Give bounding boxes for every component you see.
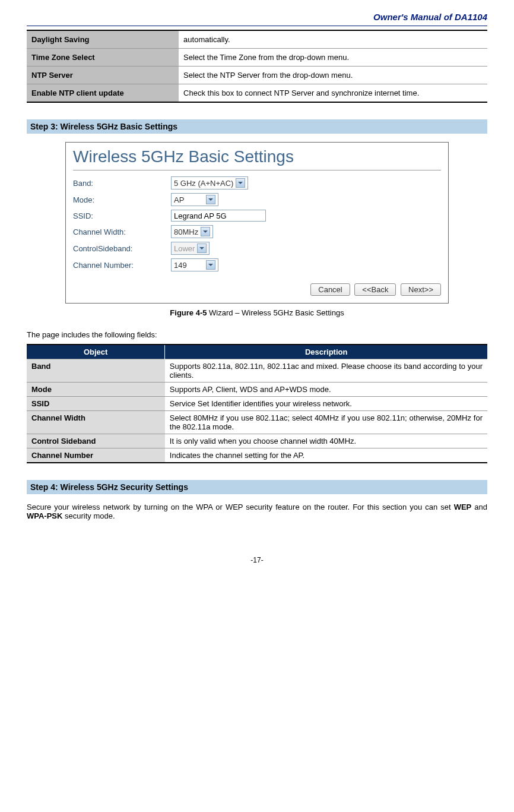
cell-desc: Indicates the channel setting for the AP… xyxy=(165,448,487,463)
table-row: Control Sideband It is only valid when y… xyxy=(27,434,487,448)
chevron-down-icon xyxy=(201,227,210,236)
band-select[interactable]: 5 GHz (A+N+AC) xyxy=(171,176,248,189)
channel-width-select[interactable]: 80MHz xyxy=(171,225,213,238)
table-row: Band Supports 802.11a, 802.11n, 802.11ac… xyxy=(27,359,487,383)
table-row: Mode Supports AP, Client, WDS and AP+WDS… xyxy=(27,383,487,397)
control-sideband-select: Lower xyxy=(171,242,210,255)
channel-width-value: 80MHz xyxy=(174,228,198,236)
table-row: Time Zone Select Select the Time Zone fr… xyxy=(27,49,487,67)
step4-heading: Step 4: Wireless 5GHz Security Settings xyxy=(27,480,487,494)
page-header: Owner's Manual of DA1104 xyxy=(27,12,487,26)
header-object: Object xyxy=(27,345,165,359)
cell-object: Time Zone Select xyxy=(27,49,179,67)
mode-select[interactable]: AP xyxy=(171,193,218,206)
chevron-down-icon xyxy=(197,244,207,253)
figure-text: Wizard – Wireless 5GHz Basic Settings xyxy=(207,308,344,317)
para-text: and xyxy=(471,503,487,511)
next-button[interactable]: Next>> xyxy=(401,283,441,296)
cell-object: Band xyxy=(27,359,165,383)
band-value: 5 GHz (A+N+AC) xyxy=(174,179,233,188)
para-text: Secure your wireless network by turning … xyxy=(27,503,454,511)
cell-object: Channel Number xyxy=(27,448,165,463)
cell-desc: Select the NTP Server from the drop-down… xyxy=(179,67,487,84)
wireless-settings-panel: Wireless 5GHz Basic Settings Band: 5 GHz… xyxy=(65,142,449,304)
chevron-down-icon xyxy=(236,178,245,188)
ssid-label: SSID: xyxy=(73,211,171,220)
cell-object: Enable NTP client update xyxy=(27,84,179,103)
cell-desc: It is only valid when you choose channel… xyxy=(165,434,487,448)
cell-desc: Check this box to connect NTP Server and… xyxy=(179,84,487,103)
cell-desc: Service Set Identifier identifies your w… xyxy=(165,397,487,411)
mode-value: AP xyxy=(174,195,204,204)
cell-object: Mode xyxy=(27,383,165,397)
chevron-down-icon xyxy=(206,195,215,204)
cell-desc: automatically. xyxy=(179,30,487,49)
band-label: Band: xyxy=(73,179,171,188)
table-row: Channel Number Indicates the channel set… xyxy=(27,448,487,463)
table-row: Daylight Saving automatically. xyxy=(27,30,487,49)
control-sideband-label: ControlSideband: xyxy=(73,244,171,253)
cell-object: Control Sideband xyxy=(27,434,165,448)
ssid-input[interactable] xyxy=(171,210,266,222)
description-table: Object Description Band Supports 802.11a… xyxy=(27,344,487,463)
fields-intro: The page includes the following fields: xyxy=(27,330,487,339)
channel-number-select[interactable]: 149 xyxy=(171,258,218,271)
chevron-down-icon xyxy=(206,260,215,270)
header-description: Description xyxy=(165,345,487,359)
bold-wpapsk: WPA-PSK xyxy=(27,511,62,520)
step3-heading: Step 3: Wireless 5GHz Basic Settings xyxy=(27,119,487,134)
step4-paragraph: Secure your wireless network by turning … xyxy=(27,503,487,520)
control-sideband-value: Lower xyxy=(174,244,195,253)
cell-object: Channel Width xyxy=(27,411,165,434)
mode-label: Mode: xyxy=(73,195,171,204)
table-row: Channel Width Select 80MHz if you use 80… xyxy=(27,411,487,434)
back-button[interactable]: <<Back xyxy=(354,283,396,296)
channel-number-value: 149 xyxy=(174,261,204,270)
cell-desc: Supports AP, Client, WDS and AP+WDS mode… xyxy=(165,383,487,397)
table-row: Enable NTP client update Check this box … xyxy=(27,84,487,103)
channel-width-label: Channel Width: xyxy=(73,228,171,236)
panel-title: Wireless 5GHz Basic Settings xyxy=(73,147,441,166)
divider xyxy=(73,170,441,170)
cell-object: SSID xyxy=(27,397,165,411)
time-table: Daylight Saving automatically. Time Zone… xyxy=(27,30,487,103)
cancel-button[interactable]: Cancel xyxy=(310,283,350,296)
channel-number-label: Channel Number: xyxy=(73,261,171,270)
para-text: security mode. xyxy=(62,511,115,520)
page-number: -17- xyxy=(27,556,487,564)
table-row: SSID Service Set Identifier identifies y… xyxy=(27,397,487,411)
figure-caption: Figure 4-5 Wizard – Wireless 5GHz Basic … xyxy=(27,308,487,317)
cell-desc: Supports 802.11a, 802.11n, 802.11ac and … xyxy=(165,359,487,383)
cell-desc: Select the Time Zone from the drop-down … xyxy=(179,49,487,67)
cell-object: NTP Server xyxy=(27,67,179,84)
bold-wep: WEP xyxy=(454,503,472,511)
figure-number: Figure 4-5 xyxy=(170,308,207,317)
table-row: NTP Server Select the NTP Server from th… xyxy=(27,67,487,84)
cell-object: Daylight Saving xyxy=(27,30,179,49)
cell-desc: Select 80MHz if you use 802.11ac; select… xyxy=(165,411,487,434)
